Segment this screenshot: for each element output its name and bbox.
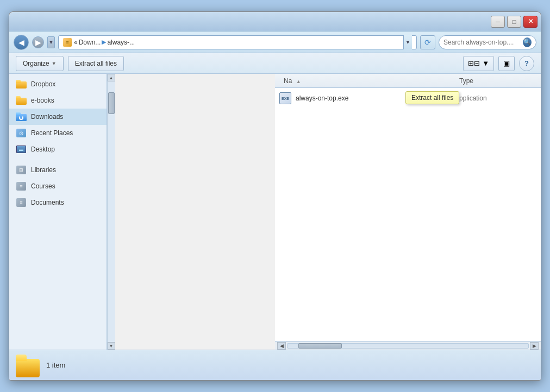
sidebar-item-libraries[interactable]: ⊞ Libraries <box>9 162 107 178</box>
address-bar: ◀ ▶ ▼ ≡ « Down... ▶ always-... ▼ ⟳ 🔍 <box>9 31 541 53</box>
sidebar-label-courses: Courses <box>31 182 55 190</box>
courses-icon: ≡ <box>16 181 27 191</box>
refresh-button[interactable]: ⟳ <box>420 35 435 49</box>
breadcrumb-arrow-icon: ▶ <box>102 39 106 46</box>
extract-label: Extract all files <box>75 60 117 67</box>
view-icon: ⊞⊟ <box>468 59 480 67</box>
sidebar-item-desktop[interactable]: ▬ Desktop <box>9 141 107 157</box>
exe-file-icon: EXE <box>279 92 291 104</box>
type-column-header[interactable]: Type <box>455 77 536 85</box>
horizontal-scrollbar: ◀ ▶ <box>275 341 541 350</box>
status-item-count: 1 item <box>46 361 65 369</box>
name-col-label: Na <box>284 77 292 85</box>
address-dropdown-button[interactable]: ▼ <box>403 35 412 49</box>
address-box[interactable]: ≡ « Down... ▶ always-... ▼ <box>58 35 417 49</box>
h-scroll-left-button[interactable]: ◀ <box>277 342 286 350</box>
sidebar-separator <box>9 157 107 162</box>
preview-button[interactable]: ▣ <box>498 56 515 71</box>
sidebar-label-ebooks: e-books <box>31 97 54 104</box>
sidebar-scroll-thumb[interactable] <box>108 92 115 114</box>
sidebar-item-dropbox[interactable]: Dropbox <box>9 76 107 92</box>
dropbox-folder-icon <box>16 79 27 89</box>
sidebar-label-downloads: Downloads <box>31 113 63 121</box>
explorer-window: ─ □ ✕ ◀ ▶ ▼ ≡ « Down... ▶ always-... ▼ ⟳… <box>9 11 541 381</box>
h-scroll-track[interactable] <box>287 343 529 349</box>
sidebar-item-downloads[interactable]: Downloads <box>9 109 107 125</box>
preview-icon: ▣ <box>503 59 510 67</box>
view-arrow: ▼ <box>482 59 489 67</box>
sidebar-scroll-track-area <box>108 81 115 342</box>
extract-all-button[interactable]: Extract all files <box>68 56 124 71</box>
sidebar-container: Dropbox e-books <box>9 74 275 350</box>
sidebar-label-desktop: Desktop <box>31 146 55 153</box>
type-col-label: Type <box>459 77 473 85</box>
search-input[interactable] <box>443 39 521 46</box>
table-row[interactable]: EXE always-on-top.exe Application <box>275 90 541 106</box>
toolbar: Organize ▼ Extract all files ⊞⊟ ▼ ▣ ? <box>9 53 541 74</box>
sidebar-item-ebooks[interactable]: e-books <box>9 92 107 109</box>
search-box[interactable]: 🔍 <box>439 35 536 49</box>
sidebar-scroll-up[interactable]: ▲ <box>108 74 115 81</box>
breadcrumb-current: always-... <box>107 39 135 46</box>
status-folder-icon <box>16 353 40 377</box>
sidebar: Dropbox e-books <box>9 74 107 350</box>
organize-dropdown-icon: ▼ <box>52 61 57 66</box>
libraries-icon: ⊞ <box>16 165 27 175</box>
breadcrumb: « Down... ▶ always-... <box>74 39 135 46</box>
nav-dropdown[interactable]: ▼ <box>47 36 55 48</box>
sidebar-scrollbar[interactable]: ▲ ▼ <box>107 74 115 350</box>
recent-places-icon: ⊙ <box>16 128 27 138</box>
close-button[interactable]: ✕ <box>523 16 538 28</box>
organize-label: Organize <box>23 60 49 67</box>
breadcrumb-folder[interactable]: Down... <box>79 39 101 46</box>
sidebar-label-recent-places: Recent Places <box>31 129 73 137</box>
desktop-icon: ▬ <box>16 144 27 154</box>
downloads-folder-icon <box>16 112 27 122</box>
window-controls: ─ □ ✕ <box>491 16 538 28</box>
h-scroll-right-button[interactable]: ▶ <box>530 342 539 350</box>
sidebar-label-documents: Documents <box>31 199 64 206</box>
help-button[interactable]: ? <box>519 56 534 71</box>
sidebar-item-courses[interactable]: ≡ Courses <box>9 178 107 194</box>
sort-arrow-icon: ▲ <box>296 79 301 84</box>
folder-icon: ≡ <box>63 38 72 47</box>
documents-icon: ≡ <box>16 198 27 207</box>
sidebar-scroll-down[interactable]: ▼ <box>108 342 115 350</box>
column-headers: Na ▲ Type <box>275 74 541 88</box>
sidebar-item-documents[interactable]: ≡ Documents <box>9 194 107 211</box>
sidebar-label-dropbox: Dropbox <box>31 80 55 88</box>
name-column-header[interactable]: Na ▲ <box>279 77 455 85</box>
sidebar-item-recent-places[interactable]: ⊙ Recent Places <box>9 125 107 141</box>
search-button[interactable]: 🔍 <box>523 37 532 47</box>
organize-button[interactable]: Organize ▼ <box>16 56 64 71</box>
file-type: Application <box>455 94 536 102</box>
title-bar: ─ □ ✕ <box>9 12 541 31</box>
ebooks-folder-icon <box>16 96 27 105</box>
main-area: Dropbox e-books <box>9 74 541 350</box>
h-scroll-thumb[interactable] <box>298 343 342 349</box>
sidebar-label-libraries: Libraries <box>31 166 56 174</box>
forward-button[interactable]: ▶ <box>32 36 44 48</box>
view-button[interactable]: ⊞⊟ ▼ <box>463 56 494 71</box>
file-list: EXE always-on-top.exe Application <box>275 88 541 341</box>
content-pane: Extract all files Na ▲ Type EXE alway <box>275 74 541 350</box>
minimize-button[interactable]: ─ <box>491 16 505 28</box>
back-button[interactable]: ◀ <box>14 35 29 50</box>
breadcrumb-prefix: « <box>74 39 78 46</box>
status-bar: 1 item <box>9 350 541 380</box>
file-name: always-on-top.exe <box>296 94 451 102</box>
maximize-button[interactable]: □ <box>507 16 521 28</box>
